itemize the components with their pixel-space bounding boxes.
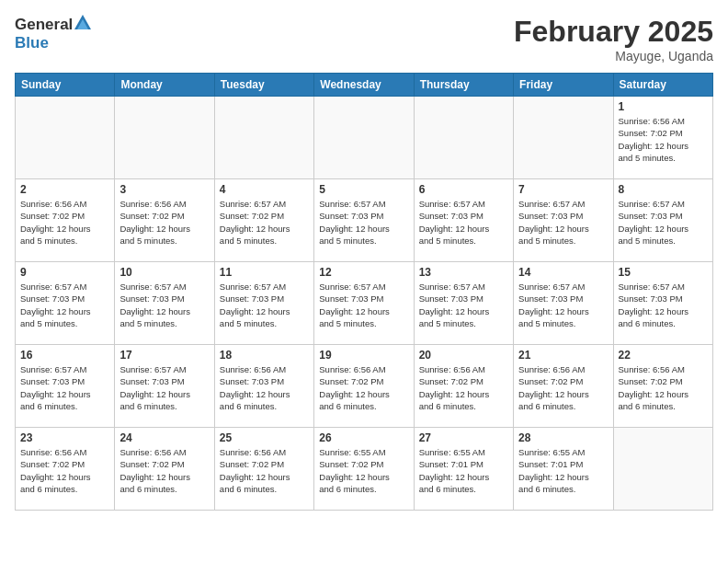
calendar-cell: 16Sunrise: 6:57 AM Sunset: 7:03 PM Dayli… (16, 345, 115, 428)
day-info: Sunrise: 6:55 AM Sunset: 7:02 PM Dayligh… (319, 446, 408, 495)
calendar-cell: 15Sunrise: 6:57 AM Sunset: 7:03 PM Dayli… (613, 262, 712, 345)
month-year: February 2025 (514, 15, 713, 49)
day-number: 8 (619, 183, 708, 196)
calendar-cell: 12Sunrise: 6:57 AM Sunset: 7:03 PM Dayli… (314, 262, 414, 345)
day-number: 10 (119, 266, 209, 279)
location: Mayuge, Uganda (514, 49, 713, 63)
calendar-cell: 22Sunrise: 6:56 AM Sunset: 7:02 PM Dayli… (613, 345, 712, 428)
calendar-cell: 6Sunrise: 6:57 AM Sunset: 7:03 PM Daylig… (414, 179, 513, 262)
calendar-cell: 17Sunrise: 6:57 AM Sunset: 7:03 PM Dayli… (115, 345, 214, 428)
day-info: Sunrise: 6:57 AM Sunset: 7:03 PM Dayligh… (119, 281, 209, 329)
day-number: 4 (220, 183, 309, 196)
day-number: 12 (319, 266, 408, 279)
day-info: Sunrise: 6:57 AM Sunset: 7:03 PM Dayligh… (20, 281, 109, 329)
weekday-header-friday: Friday (514, 74, 613, 97)
calendar-week-row: 16Sunrise: 6:57 AM Sunset: 7:03 PM Dayli… (16, 345, 713, 428)
calendar-cell: 28Sunrise: 6:55 AM Sunset: 7:01 PM Dayli… (514, 428, 613, 511)
calendar-cell: 1Sunrise: 6:56 AM Sunset: 7:02 PM Daylig… (613, 97, 712, 179)
day-number: 6 (419, 183, 508, 196)
calendar-cell: 8Sunrise: 6:57 AM Sunset: 7:03 PM Daylig… (613, 179, 712, 262)
day-info: Sunrise: 6:57 AM Sunset: 7:03 PM Dayligh… (220, 281, 309, 329)
day-info: Sunrise: 6:56 AM Sunset: 7:02 PM Dayligh… (619, 115, 708, 164)
logo: General Blue (15, 15, 91, 52)
day-info: Sunrise: 6:57 AM Sunset: 7:03 PM Dayligh… (319, 281, 408, 329)
day-info: Sunrise: 6:57 AM Sunset: 7:03 PM Dayligh… (518, 281, 608, 329)
day-number: 19 (319, 349, 408, 362)
calendar-cell: 25Sunrise: 6:56 AM Sunset: 7:02 PM Dayli… (214, 428, 313, 511)
calendar-cell: 19Sunrise: 6:56 AM Sunset: 7:02 PM Dayli… (314, 345, 414, 428)
calendar-cell (16, 97, 115, 179)
calendar-cell: 9Sunrise: 6:57 AM Sunset: 7:03 PM Daylig… (16, 262, 115, 345)
calendar-cell (414, 97, 513, 179)
calendar-cell (115, 97, 214, 179)
calendar-cell: 4Sunrise: 6:57 AM Sunset: 7:02 PM Daylig… (214, 179, 313, 262)
day-number: 11 (220, 266, 309, 279)
day-info: Sunrise: 6:57 AM Sunset: 7:03 PM Dayligh… (518, 198, 608, 247)
calendar-week-row: 2Sunrise: 6:56 AM Sunset: 7:02 PM Daylig… (16, 179, 713, 262)
day-number: 18 (220, 349, 309, 362)
weekday-header-saturday: Saturday (613, 74, 712, 97)
day-number: 17 (119, 349, 209, 362)
day-number: 21 (518, 349, 608, 362)
calendar-cell: 5Sunrise: 6:57 AM Sunset: 7:03 PM Daylig… (314, 179, 414, 262)
calendar-cell: 26Sunrise: 6:55 AM Sunset: 7:02 PM Dayli… (314, 428, 414, 511)
day-number: 14 (518, 266, 608, 279)
logo-text: General (15, 15, 91, 34)
calendar-cell: 11Sunrise: 6:57 AM Sunset: 7:03 PM Dayli… (214, 262, 313, 345)
day-number: 13 (419, 266, 508, 279)
day-info: Sunrise: 6:56 AM Sunset: 7:02 PM Dayligh… (220, 446, 309, 495)
day-number: 3 (119, 183, 209, 196)
day-info: Sunrise: 6:57 AM Sunset: 7:03 PM Dayligh… (20, 363, 109, 412)
weekday-header-thursday: Thursday (414, 74, 513, 97)
calendar-cell: 21Sunrise: 6:56 AM Sunset: 7:02 PM Dayli… (514, 345, 613, 428)
day-info: Sunrise: 6:55 AM Sunset: 7:01 PM Dayligh… (419, 446, 508, 495)
calendar-table: SundayMondayTuesdayWednesdayThursdayFrid… (15, 73, 713, 511)
day-number: 16 (20, 349, 109, 362)
logo-icon (74, 15, 91, 34)
day-info: Sunrise: 6:56 AM Sunset: 7:02 PM Dayligh… (419, 363, 508, 412)
calendar-cell: 3Sunrise: 6:56 AM Sunset: 7:02 PM Daylig… (115, 179, 214, 262)
day-info: Sunrise: 6:57 AM Sunset: 7:03 PM Dayligh… (419, 281, 508, 329)
weekday-header-tuesday: Tuesday (214, 74, 313, 97)
day-number: 20 (419, 349, 508, 362)
calendar-cell: 23Sunrise: 6:56 AM Sunset: 7:02 PM Dayli… (16, 428, 115, 511)
calendar-cell: 24Sunrise: 6:56 AM Sunset: 7:02 PM Dayli… (115, 428, 214, 511)
calendar-cell: 10Sunrise: 6:57 AM Sunset: 7:03 PM Dayli… (115, 262, 214, 345)
day-info: Sunrise: 6:56 AM Sunset: 7:02 PM Dayligh… (619, 363, 708, 412)
calendar-cell: 14Sunrise: 6:57 AM Sunset: 7:03 PM Dayli… (514, 262, 613, 345)
day-info: Sunrise: 6:57 AM Sunset: 7:03 PM Dayligh… (619, 281, 708, 329)
day-info: Sunrise: 6:57 AM Sunset: 7:02 PM Dayligh… (220, 198, 309, 247)
day-info: Sunrise: 6:56 AM Sunset: 7:02 PM Dayligh… (119, 446, 209, 495)
title-area: February 2025 Mayuge, Uganda (514, 15, 713, 63)
logo-blue: Blue (15, 34, 91, 52)
day-info: Sunrise: 6:57 AM Sunset: 7:03 PM Dayligh… (419, 198, 508, 247)
calendar-cell: 7Sunrise: 6:57 AM Sunset: 7:03 PM Daylig… (514, 179, 613, 262)
day-info: Sunrise: 6:56 AM Sunset: 7:02 PM Dayligh… (119, 198, 209, 247)
day-info: Sunrise: 6:56 AM Sunset: 7:03 PM Dayligh… (220, 363, 309, 412)
day-info: Sunrise: 6:56 AM Sunset: 7:02 PM Dayligh… (20, 446, 109, 495)
day-info: Sunrise: 6:57 AM Sunset: 7:03 PM Dayligh… (319, 198, 408, 247)
day-number: 7 (518, 183, 608, 196)
page-header: General Blue February 2025 Mayuge, Ugand… (15, 15, 713, 63)
day-number: 9 (20, 266, 109, 279)
day-info: Sunrise: 6:56 AM Sunset: 7:02 PM Dayligh… (20, 198, 109, 247)
day-number: 15 (619, 266, 708, 279)
day-info: Sunrise: 6:56 AM Sunset: 7:02 PM Dayligh… (319, 363, 408, 412)
day-number: 22 (619, 349, 708, 362)
weekday-header-sunday: Sunday (16, 74, 115, 97)
day-number: 26 (319, 431, 408, 444)
day-info: Sunrise: 6:57 AM Sunset: 7:03 PM Dayligh… (619, 198, 708, 247)
day-number: 24 (119, 431, 209, 444)
day-info: Sunrise: 6:56 AM Sunset: 7:02 PM Dayligh… (518, 363, 608, 412)
calendar-cell: 27Sunrise: 6:55 AM Sunset: 7:01 PM Dayli… (414, 428, 513, 511)
calendar-cell (314, 97, 414, 179)
calendar-header-row: SundayMondayTuesdayWednesdayThursdayFrid… (16, 74, 713, 97)
day-number: 5 (319, 183, 408, 196)
calendar-cell: 18Sunrise: 6:56 AM Sunset: 7:03 PM Dayli… (214, 345, 313, 428)
day-number: 2 (20, 183, 109, 196)
weekday-header-wednesday: Wednesday (314, 74, 414, 97)
day-info: Sunrise: 6:55 AM Sunset: 7:01 PM Dayligh… (518, 446, 608, 495)
calendar-cell (214, 97, 313, 179)
day-number: 23 (20, 431, 109, 444)
calendar-week-row: 23Sunrise: 6:56 AM Sunset: 7:02 PM Dayli… (16, 428, 713, 511)
